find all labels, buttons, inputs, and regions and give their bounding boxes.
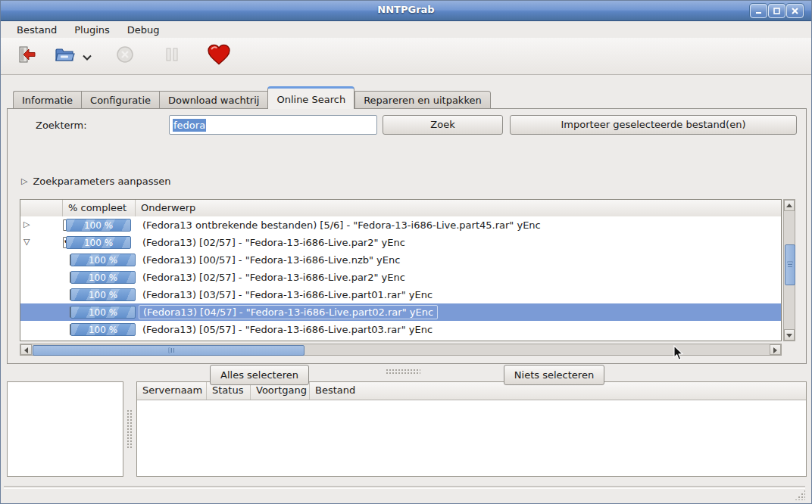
open-folder-icon [54,45,77,67]
server-column-header-servernaam[interactable]: Servernaam [137,382,207,400]
vertical-scrollbar-thumb[interactable] [785,244,795,285]
result-row[interactable]: 100 %(Fedora13) [02/57] - "Fedora-13-i68… [20,269,781,286]
scroll-up-arrow[interactable] [784,200,795,211]
horizontal-scrollbar[interactable] [20,344,782,356]
toolbar [1,38,811,75]
mouse-cursor [673,345,684,364]
progress-bar: 100 % [66,219,131,232]
chevron-down-icon [83,49,92,64]
minimize-button[interactable] [750,4,767,18]
progress-bar: 100 % [70,306,136,319]
close-button[interactable] [786,4,804,18]
title-bar[interactable]: NNTPGrab [1,1,811,21]
menu-item-plugins[interactable]: Plugins [67,23,117,37]
resize-grip[interactable] [795,490,805,500]
vertical-scrollbar[interactable] [783,199,795,341]
statusbar-separator [4,486,805,489]
pause-button [158,44,186,68]
select-none-button[interactable]: Niets selecteren [504,365,604,385]
progress-bar: 100 % [70,271,136,284]
tab-download-wachtrij[interactable]: Download wachtrij [159,91,267,109]
select-all-button[interactable]: Alles selecteren [210,365,309,385]
search-parameters-expander[interactable]: ▷ Zoekparameters aanpassen [21,176,171,187]
notebook-frame: InformatieConfiguratieDownload wachtrijO… [7,80,807,363]
row-subject: (Fedora13) [02/57] - "Fedora-13-i686-Liv… [139,271,409,284]
search-button[interactable]: Zoek [383,115,503,135]
tab-informatie[interactable]: Informatie [13,91,81,109]
server-status-table: ServernaamStatusVoortgangBestand [136,381,807,477]
result-row[interactable]: ▷100 %(Fedora13 ontbrekende bestanden) [… [20,216,781,234]
search-parameters-label: Zoekparameters aanpassen [33,176,170,187]
open-button[interactable] [49,44,96,68]
maximize-icon [773,8,780,14]
maximize-button[interactable] [768,4,785,18]
result-row[interactable]: 100 %(Fedora13) [03/57] - "Fedora-13-i68… [20,286,781,303]
result-row[interactable]: 100 %(Fedora13) [05/57] - "Fedora-13-i68… [20,321,781,338]
row-expander-closed-icon[interactable]: ▷ [23,219,30,229]
expander-triangle-icon: ▷ [21,176,27,186]
row-subject: (Fedora13) [02/57] - "Fedora-13-i686-Liv… [139,236,409,249]
online-search-page: Zoekterm: fedora Zoek Importeer geselect… [7,108,807,364]
cancel-button [111,44,139,68]
row-subject: (Fedora13) [05/57] - "Fedora-13-i686-Liv… [139,323,436,336]
progress-bar: 100 % [66,236,131,249]
scroll-left-arrow[interactable] [20,344,32,355]
results-table-body: ▷100 %(Fedora13 ontbrekende bestanden) [… [20,216,781,341]
tab-repareren-en-uitpakken[interactable]: Repareren en uitpakken [354,91,491,109]
exit-door-icon [17,45,36,67]
results-table-header: % compleet Onderwerp [20,200,781,217]
row-subject: (Fedora13 ontbrekende bestanden) [5/6] -… [139,219,545,232]
result-row[interactable] [20,338,781,341]
scroll-right-arrow[interactable] [770,344,781,355]
search-term-label: Zoekterm: [36,120,87,131]
progress-bar: 100 % [70,323,136,336]
file-info-panel [7,381,123,477]
results-table: % compleet Onderwerp ▷100 %(Fedora13 ont… [20,199,782,341]
row-subject: (Fedora13) [00/57] - "Fedora-13-i686-Liv… [139,254,404,266]
window-title: NNTPGrab [1,4,811,15]
pane-splitter-horizontal[interactable] [386,369,420,374]
cancel-circle-icon [115,45,135,67]
column-header-tree[interactable] [20,200,63,216]
row-subject: (Fedora13) [03/57] - "Fedora-13-i686-Liv… [139,288,436,301]
progress-bar: 100 % [70,254,136,266]
pause-icon [164,46,180,66]
menu-item-debug[interactable]: Debug [120,23,167,37]
menu-bar: BestandPluginsDebug [1,21,811,38]
quit-button[interactable] [13,44,40,68]
pane-splitter-vertical[interactable] [126,409,132,449]
menu-item-bestand[interactable]: Bestand [10,23,64,37]
search-input-value: fedora [173,119,206,132]
tab-bar: InformatieConfiguratieDownload wachtrijO… [13,86,491,109]
result-row[interactable]: 100 %(Fedora13) [00/57] - "Fedora-13-i68… [20,251,781,269]
column-header-subject[interactable]: Onderwerp [136,200,781,216]
result-row[interactable]: ▽100 %(Fedora13) [02/57] - "Fedora-13-i6… [20,234,781,251]
heart-icon [207,43,231,69]
row-expander-open-icon[interactable]: ▽ [23,237,30,247]
row-subject: (Fedora13) [04/57] - "Fedora-13-i686-Liv… [139,305,438,319]
tab-online-search[interactable]: Online Search [267,86,354,109]
import-selected-button[interactable]: Importeer geselecteerde bestand(en) [510,115,797,135]
progress-bar: 100 % [70,288,136,301]
search-input[interactable]: fedora [169,115,377,135]
donate-button[interactable] [204,44,234,68]
minimize-icon [755,8,762,14]
scroll-down-arrow[interactable] [784,329,795,341]
app-window: NNTPGrab BestandPluginsDebug [0,0,812,504]
tab-configuratie[interactable]: Configuratie [81,91,159,109]
close-icon [792,8,798,14]
column-header-percent-complete[interactable]: % compleet [63,200,136,216]
horizontal-scrollbar-thumb[interactable] [33,345,304,356]
result-row[interactable]: 100 %(Fedora13) [04/57] - "Fedora-13-i68… [20,303,781,321]
progress-bar [70,341,136,341]
